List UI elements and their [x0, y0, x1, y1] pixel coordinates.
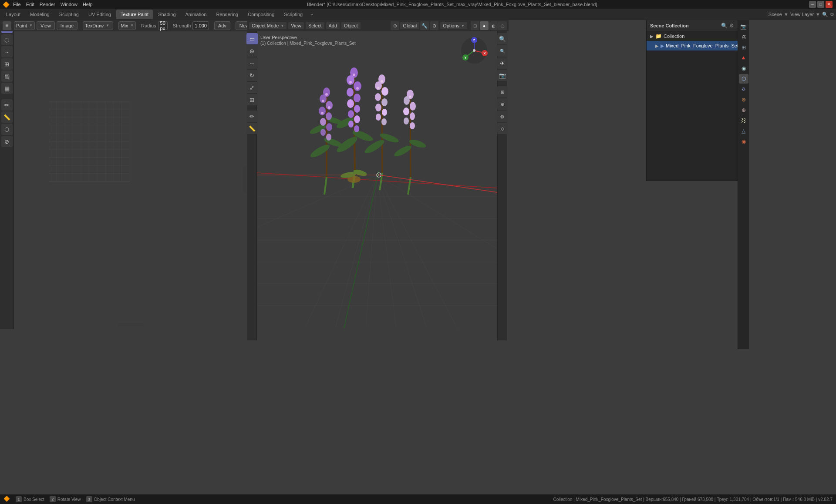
tab-uv-editing[interactable]: UV Editing — [84, 10, 115, 19]
smear-tool-btn[interactable]: ~ — [1, 46, 13, 57]
solid-btn[interactable]: ● — [480, 21, 489, 30]
tab-sculpting[interactable]: Sculpting — [55, 10, 83, 19]
menu-window[interactable]: Window — [58, 1, 80, 8]
collection-vis-btn[interactable]: ⊞ — [497, 86, 508, 97]
annotate-tool-btn[interactable]: ✏ — [1, 99, 13, 111]
rendered-btn[interactable]: ◌ — [498, 21, 507, 30]
vp-proportional-icon[interactable]: ⊙ — [430, 21, 438, 30]
prop-icon-scene[interactable]: 🔺 — [739, 53, 748, 63]
select-box-tool-btn[interactable]: ▭ — [246, 33, 258, 44]
camera-btn[interactable]: 📷 — [497, 70, 508, 81]
svg-text:Y: Y — [464, 56, 467, 60]
tab-modeling[interactable]: Modeling — [26, 10, 54, 19]
tab-animation[interactable]: Animation — [181, 10, 211, 19]
annotate-polygon-btn[interactable]: ⬡ — [1, 124, 13, 135]
zoom-in-btn[interactable]: 🔍 — [497, 33, 508, 44]
eraser-btn[interactable]: ⊘ — [1, 136, 13, 147]
tab-scripting[interactable]: Scripting — [280, 10, 307, 19]
fill-tool-btn[interactable]: ▨ — [1, 71, 13, 82]
outliner-filter-icon[interactable]: 🔍 — [721, 23, 728, 29]
strength-input[interactable]: 1.000 — [192, 21, 209, 30]
menu-edit[interactable]: Edit — [24, 1, 37, 8]
tab-layout[interactable]: Layout — [2, 10, 25, 19]
clone-tool-btn[interactable]: ⊞ — [1, 58, 13, 70]
mode-switch-icon[interactable]: ≡ — [3, 21, 11, 30]
vp-mode-btn[interactable]: Object Mode ▼ — [249, 22, 287, 29]
transform-tool-btn[interactable]: ⊞ — [246, 94, 258, 105]
svg-point-48 — [326, 123, 332, 131]
prop-icon-data[interactable]: △ — [739, 126, 748, 136]
status-item-3: 3 Object Context Menu — [86, 496, 135, 502]
menu-help[interactable]: Help — [80, 1, 95, 8]
vp-object-btn[interactable]: Object — [341, 22, 361, 29]
scale-tool-btn[interactable]: ⤢ — [246, 82, 258, 93]
vp-select-btn[interactable]: Select — [306, 22, 324, 29]
prop-icon-material[interactable]: ◉ — [739, 137, 748, 146]
svg-point-86 — [375, 104, 381, 111]
axis-gizmo-3d[interactable]: Z X Y — [460, 37, 489, 65]
image-btn[interactable]: Image — [57, 21, 78, 30]
cursor-tool-btn[interactable]: ⊕ — [246, 45, 258, 57]
annotate-line-btn[interactable]: 📏 — [1, 111, 13, 123]
tab-add-icon[interactable]: + — [308, 11, 316, 18]
paint-mode-label: Paint — [16, 23, 27, 28]
uv-canvas[interactable] — [14, 31, 247, 327]
soften-tool-btn[interactable]: ◌ — [1, 34, 13, 45]
gizmo-btn[interactable]: ⊕ — [497, 98, 508, 110]
prop-icon-world[interactable]: ◉ — [739, 64, 748, 73]
prop-icon-view-layer[interactable]: ⊞ — [739, 43, 748, 52]
zoom-out-btn[interactable]: 🔍 — [497, 45, 508, 57]
blend-dropdown[interactable]: Mix ▼ — [118, 21, 136, 30]
view-btn[interactable]: View — [37, 21, 55, 30]
settings-icon[interactable]: ⚙ — [830, 12, 834, 17]
rotate-tool-btn[interactable]: ↻ — [246, 70, 258, 81]
vp-snap-icon[interactable]: 🔧 — [420, 21, 429, 30]
prop-icon-output[interactable]: 🖨 — [739, 32, 748, 42]
collection-expand-icon: ▶ — [650, 34, 654, 39]
prop-icon-physics[interactable]: ⊕ — [739, 105, 748, 115]
view-layer-dropdown-icon[interactable]: ▼ — [816, 12, 820, 17]
menu-render[interactable]: Render — [37, 1, 58, 8]
fly-mode-btn[interactable]: ✈ — [497, 57, 508, 69]
close-button[interactable]: ✕ — [826, 1, 833, 8]
prop-icon-render[interactable]: 📷 — [739, 22, 748, 31]
vp-transform-icon[interactable]: ⊕ — [391, 21, 399, 30]
minimize-button[interactable]: ─ — [809, 1, 816, 8]
brush-dropdown[interactable]: TexDraw ▼ — [83, 21, 113, 30]
measure-btn[interactable]: 📏 — [246, 123, 258, 134]
prop-icon-constraints[interactable]: ⛓ — [739, 116, 748, 125]
prop-icon-object[interactable]: ⬡ — [739, 74, 748, 84]
xray-btn[interactable]: ◇ — [497, 123, 508, 134]
prop-icon-modifier[interactable]: ⛭ — [739, 84, 748, 94]
tab-texture-paint[interactable]: Texture Paint — [116, 10, 153, 19]
tab-shading[interactable]: Shading — [154, 10, 180, 19]
mask-tool-btn[interactable]: ▤ — [1, 83, 13, 94]
outliner-item-collection[interactable]: ▶ 📁 Collection — [647, 31, 738, 41]
adv-btn[interactable]: Adv — [214, 21, 230, 30]
outliner-item-object[interactable]: ▶ ▶ Mixed_Pink_Foxglove_Plants_Set 👁 ⊕ 📷 — [647, 41, 738, 50]
tab-rendering[interactable]: Rendering — [212, 10, 243, 19]
wireframe-btn[interactable]: ⊡ — [471, 21, 479, 30]
vp-options-btn[interactable]: Options ▼ — [440, 22, 467, 29]
collection-folder-icon: 📁 — [655, 33, 662, 39]
prop-icon-particles[interactable]: ⊛ — [739, 95, 748, 104]
outliner-options-icon[interactable]: ⚙ — [729, 23, 734, 29]
scene-dropdown-icon[interactable]: ▼ — [784, 12, 789, 17]
vp-add-btn[interactable]: Add — [326, 22, 340, 29]
maximize-button[interactable]: □ — [817, 1, 824, 8]
rendered-preview-btn[interactable]: ◐ — [489, 21, 498, 30]
annotate-vp-btn[interactable]: ✏ — [246, 111, 258, 122]
radius-input[interactable]: 50 px — [158, 21, 168, 30]
tab-compositing[interactable]: Compositing — [243, 10, 279, 19]
paint-mode-btn[interactable]: Paint ▼ — [14, 21, 35, 30]
vp-view-btn[interactable]: View — [288, 22, 304, 29]
overlay-btn[interactable]: ◍ — [497, 111, 508, 122]
uv-scroll-right[interactable] — [243, 166, 246, 192]
viewport-scene[interactable]: User Perspective (1) Collection | Mixed_… — [257, 31, 497, 328]
menu-file[interactable]: File — [10, 1, 24, 8]
uv-scroll-bottom[interactable] — [118, 323, 144, 326]
move-tool-btn[interactable]: ↔ — [246, 57, 258, 69]
global-space-btn[interactable]: Global — [400, 22, 419, 29]
scene-svg — [257, 31, 497, 328]
search-icon[interactable]: 🔍 — [822, 12, 828, 17]
